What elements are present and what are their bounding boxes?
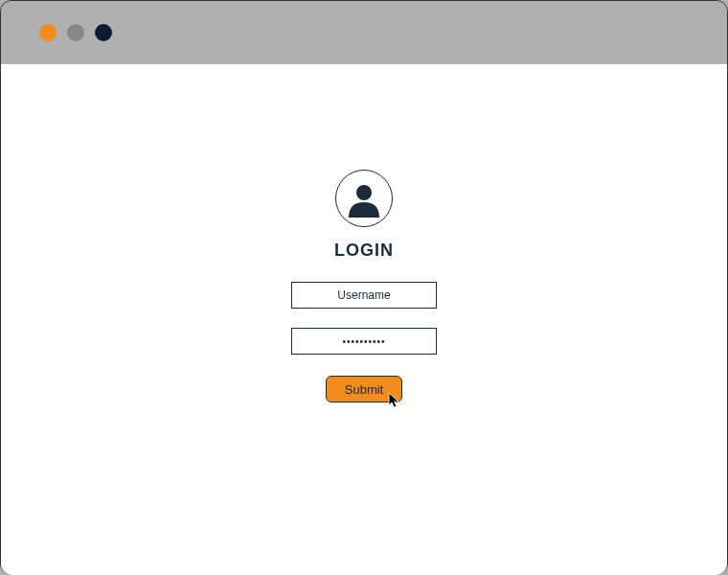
login-title: LOGIN [334,241,394,261]
maximize-dot[interactable] [95,24,112,41]
submit-button[interactable]: Submit [326,376,402,402]
content-area: LOGIN Username •••••••••• Submit [1,64,727,575]
titlebar [1,1,727,64]
avatar-icon [335,170,393,227]
close-dot[interactable] [39,24,57,41]
svg-point-0 [356,185,372,200]
password-input[interactable]: •••••••••• [291,328,437,355]
app-window: LOGIN Username •••••••••• Submit [0,0,728,575]
minimize-dot[interactable] [67,24,84,41]
username-input[interactable]: Username [291,282,437,309]
